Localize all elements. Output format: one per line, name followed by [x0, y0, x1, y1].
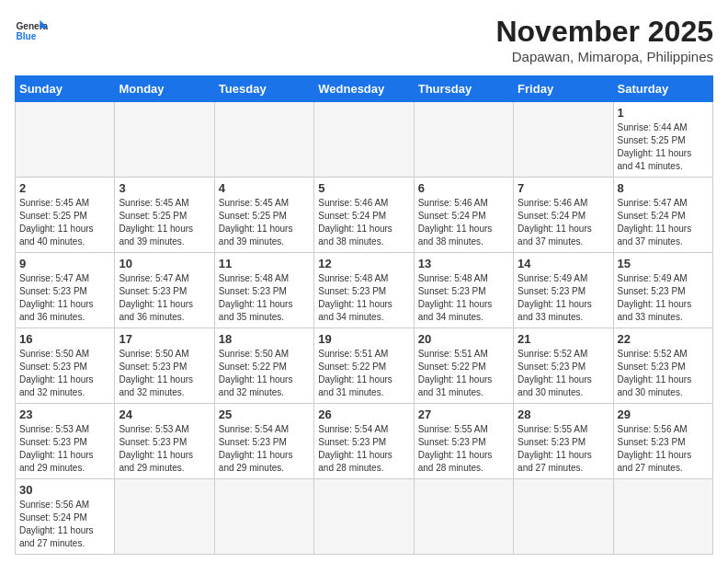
day-number: 8	[618, 181, 709, 195]
calendar-row: 16 Sunrise: 5:50 AMSunset: 5:23 PMDaylig…	[16, 328, 713, 404]
day-info: Sunrise: 5:55 AMSunset: 5:23 PMDaylight:…	[418, 423, 509, 475]
day-number: 9	[19, 257, 110, 270]
table-row	[613, 479, 712, 555]
table-row: 5 Sunrise: 5:46 AMSunset: 5:24 PMDayligh…	[314, 178, 414, 253]
day-number: 11	[219, 257, 310, 270]
day-info: Sunrise: 5:47 AMSunset: 5:24 PMDaylight:…	[618, 197, 709, 248]
day-info: Sunrise: 5:51 AMSunset: 5:22 PMDaylight:…	[418, 348, 509, 399]
day-number: 27	[418, 408, 509, 421]
table-row: 22 Sunrise: 5:52 AMSunset: 5:23 PMDaylig…	[613, 328, 712, 404]
day-info: Sunrise: 5:54 AMSunset: 5:23 PMDaylight:…	[219, 423, 310, 475]
table-row: 12 Sunrise: 5:48 AMSunset: 5:23 PMDaylig…	[314, 253, 414, 328]
header-sunday: Sunday	[16, 76, 115, 102]
table-row	[214, 102, 313, 178]
day-number: 24	[119, 408, 210, 421]
table-row: 29 Sunrise: 5:56 AMSunset: 5:23 PMDaylig…	[613, 404, 712, 479]
day-info: Sunrise: 5:45 AMSunset: 5:25 PMDaylight:…	[119, 197, 210, 248]
table-row: 30 Sunrise: 5:56 AMSunset: 5:24 PMDaylig…	[16, 479, 115, 555]
header-wednesday: Wednesday	[314, 76, 414, 102]
table-row	[214, 479, 313, 555]
day-info: Sunrise: 5:47 AMSunset: 5:23 PMDaylight:…	[119, 272, 210, 324]
table-row: 28 Sunrise: 5:55 AMSunset: 5:23 PMDaylig…	[514, 404, 613, 479]
logo-icon: General Blue	[15, 15, 48, 48]
calendar-row: 1 Sunrise: 5:44 AMSunset: 5:25 PMDayligh…	[16, 102, 713, 178]
day-info: Sunrise: 5:56 AMSunset: 5:24 PMDaylight:…	[19, 499, 110, 550]
day-info: Sunrise: 5:48 AMSunset: 5:23 PMDaylight:…	[418, 272, 509, 324]
location-title: Dapawan, Mimaropa, Philippines	[495, 49, 713, 64]
day-info: Sunrise: 5:47 AMSunset: 5:23 PMDaylight:…	[19, 272, 110, 324]
table-row: 20 Sunrise: 5:51 AMSunset: 5:22 PMDaylig…	[414, 328, 513, 404]
day-info: Sunrise: 5:48 AMSunset: 5:23 PMDaylight:…	[318, 272, 409, 324]
day-number: 5	[318, 181, 409, 195]
calendar-row: 9 Sunrise: 5:47 AMSunset: 5:23 PMDayligh…	[16, 253, 713, 328]
table-row: 21 Sunrise: 5:52 AMSunset: 5:23 PMDaylig…	[514, 328, 613, 404]
day-number: 1	[618, 106, 709, 120]
table-row: 9 Sunrise: 5:47 AMSunset: 5:23 PMDayligh…	[16, 253, 115, 328]
table-row: 13 Sunrise: 5:48 AMSunset: 5:23 PMDaylig…	[414, 253, 513, 328]
day-number: 14	[518, 257, 609, 270]
day-info: Sunrise: 5:46 AMSunset: 5:24 PMDaylight:…	[318, 197, 409, 248]
header-saturday: Saturday	[613, 76, 712, 102]
day-number: 17	[119, 332, 210, 346]
day-info: Sunrise: 5:45 AMSunset: 5:25 PMDaylight:…	[219, 197, 310, 248]
day-number: 30	[19, 483, 110, 497]
calendar-table: Sunday Monday Tuesday Wednesday Thursday…	[15, 75, 713, 555]
svg-text:Blue: Blue	[16, 31, 36, 41]
table-row	[514, 479, 613, 555]
day-info: Sunrise: 5:53 AMSunset: 5:23 PMDaylight:…	[119, 423, 210, 475]
table-row	[414, 102, 513, 178]
table-row	[314, 479, 414, 555]
logo: General Blue	[15, 15, 48, 48]
table-row: 3 Sunrise: 5:45 AMSunset: 5:25 PMDayligh…	[115, 178, 214, 253]
day-number: 29	[618, 408, 709, 421]
table-row: 23 Sunrise: 5:53 AMSunset: 5:23 PMDaylig…	[16, 404, 115, 479]
table-row: 19 Sunrise: 5:51 AMSunset: 5:22 PMDaylig…	[314, 328, 414, 404]
day-info: Sunrise: 5:50 AMSunset: 5:23 PMDaylight:…	[19, 348, 110, 399]
page-header: General Blue November 2025 Dapawan, Mima…	[15, 15, 713, 64]
day-number: 21	[518, 332, 609, 346]
day-number: 16	[19, 332, 110, 346]
day-info: Sunrise: 5:44 AMSunset: 5:25 PMDaylight:…	[618, 121, 709, 173]
day-number: 25	[219, 408, 310, 421]
month-title: November 2025	[495, 15, 713, 49]
table-row: 14 Sunrise: 5:49 AMSunset: 5:23 PMDaylig…	[514, 253, 613, 328]
table-row: 18 Sunrise: 5:50 AMSunset: 5:22 PMDaylig…	[214, 328, 313, 404]
table-row: 24 Sunrise: 5:53 AMSunset: 5:23 PMDaylig…	[115, 404, 214, 479]
header-friday: Friday	[514, 76, 613, 102]
day-number: 28	[518, 408, 609, 421]
day-number: 12	[318, 257, 409, 270]
day-info: Sunrise: 5:55 AMSunset: 5:23 PMDaylight:…	[518, 423, 609, 475]
day-number: 7	[518, 181, 609, 195]
day-info: Sunrise: 5:54 AMSunset: 5:23 PMDaylight:…	[318, 423, 409, 475]
table-row: 8 Sunrise: 5:47 AMSunset: 5:24 PMDayligh…	[613, 178, 712, 253]
day-number: 22	[618, 332, 709, 346]
table-row	[314, 102, 414, 178]
day-info: Sunrise: 5:49 AMSunset: 5:23 PMDaylight:…	[518, 272, 609, 324]
day-number: 4	[219, 181, 310, 195]
day-info: Sunrise: 5:52 AMSunset: 5:23 PMDaylight:…	[518, 348, 609, 399]
day-number: 3	[119, 181, 210, 195]
day-number: 6	[418, 181, 509, 195]
table-row	[115, 479, 214, 555]
day-number: 19	[318, 332, 409, 346]
calendar-row: 23 Sunrise: 5:53 AMSunset: 5:23 PMDaylig…	[16, 404, 713, 479]
calendar-row: 30 Sunrise: 5:56 AMSunset: 5:24 PMDaylig…	[16, 479, 713, 555]
header-tuesday: Tuesday	[214, 76, 313, 102]
day-info: Sunrise: 5:50 AMSunset: 5:23 PMDaylight:…	[119, 348, 210, 399]
day-info: Sunrise: 5:46 AMSunset: 5:24 PMDaylight:…	[418, 197, 509, 248]
table-row: 11 Sunrise: 5:48 AMSunset: 5:23 PMDaylig…	[214, 253, 313, 328]
header-monday: Monday	[115, 76, 214, 102]
title-area: November 2025 Dapawan, Mimaropa, Philipp…	[495, 15, 713, 64]
day-number: 15	[618, 257, 709, 270]
day-info: Sunrise: 5:45 AMSunset: 5:25 PMDaylight:…	[19, 197, 110, 248]
table-row: 10 Sunrise: 5:47 AMSunset: 5:23 PMDaylig…	[115, 253, 214, 328]
table-row: 15 Sunrise: 5:49 AMSunset: 5:23 PMDaylig…	[613, 253, 712, 328]
day-info: Sunrise: 5:50 AMSunset: 5:22 PMDaylight:…	[219, 348, 310, 399]
table-row	[514, 102, 613, 178]
day-number: 13	[418, 257, 509, 270]
day-info: Sunrise: 5:51 AMSunset: 5:22 PMDaylight:…	[318, 348, 409, 399]
day-info: Sunrise: 5:46 AMSunset: 5:24 PMDaylight:…	[518, 197, 609, 248]
day-number: 26	[318, 408, 409, 421]
table-row: 25 Sunrise: 5:54 AMSunset: 5:23 PMDaylig…	[214, 404, 313, 479]
day-number: 23	[19, 408, 110, 421]
